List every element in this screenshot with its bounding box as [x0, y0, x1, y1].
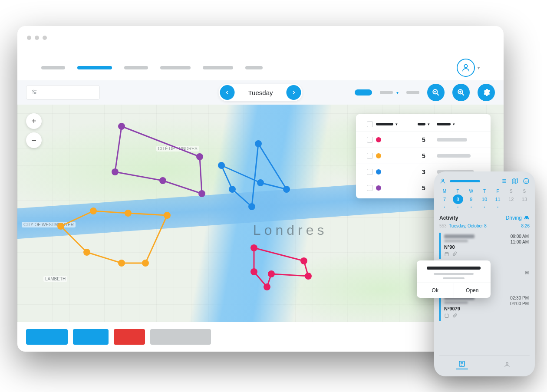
- action-button-delete[interactable]: [114, 329, 145, 345]
- desktop-window: ▾ Tuesday ▾: [17, 26, 504, 352]
- map-zoom-out-button[interactable]: −: [26, 132, 42, 148]
- svg-rect-9: [445, 314, 448, 318]
- svg-point-5: [442, 179, 444, 181]
- filter-chip-2[interactable]: [406, 91, 419, 94]
- map-city-label: Londres: [253, 222, 328, 238]
- calendar-weekday: T: [453, 189, 463, 194]
- filter-chip-1[interactable]: [380, 91, 393, 94]
- calendar-weekday: M: [439, 189, 450, 194]
- route-stop[interactable]: [229, 186, 236, 193]
- next-day-button[interactable]: [286, 85, 301, 100]
- calendar-day[interactable]: 11: [493, 194, 503, 204]
- status-indicator: Driving: [506, 215, 530, 221]
- schedule-card[interactable]: 02:30 PM04:00 PMN°9079: [439, 294, 530, 321]
- route-stop[interactable]: [283, 186, 290, 193]
- chevron-down-icon: ▾: [396, 90, 399, 95]
- svg-point-2: [34, 92, 36, 94]
- car-icon: [524, 215, 530, 221]
- zoom-in-button[interactable]: [452, 84, 470, 101]
- svg-point-6: [524, 178, 529, 184]
- filter-chip-active[interactable]: [355, 89, 372, 96]
- smile-icon[interactable]: [523, 178, 530, 184]
- map-zoom-in-button[interactable]: +: [26, 113, 42, 129]
- route-stop[interactable]: [159, 177, 166, 184]
- card-reference: N°9079: [444, 306, 527, 311]
- list-icon[interactable]: [500, 178, 507, 184]
- route-stop[interactable]: [90, 208, 97, 214]
- zoom-out-button[interactable]: [427, 84, 445, 101]
- calendar-day[interactable]: 13: [519, 194, 530, 204]
- alert-dialog: Ok Open: [417, 260, 491, 298]
- activity-label: Activity: [439, 215, 458, 221]
- settings-button[interactable]: [478, 84, 495, 101]
- mobile-tab-profile[interactable]: [484, 356, 530, 373]
- legend-select-all-checkbox[interactable]: [367, 121, 373, 127]
- svg-point-0: [464, 65, 467, 68]
- route-stop[interactable]: [142, 260, 149, 267]
- action-button-1[interactable]: [26, 329, 68, 345]
- nav-item-1[interactable]: [41, 66, 65, 69]
- route-stop[interactable]: [198, 190, 205, 197]
- nav-item-5[interactable]: [203, 66, 233, 69]
- legend-row[interactable]: 5: [356, 132, 491, 148]
- mobile-tab-agenda[interactable]: [439, 356, 484, 373]
- calendar-day[interactable]: 7: [439, 194, 450, 204]
- window-controls: [27, 36, 47, 40]
- calendar-day[interactable]: 8: [453, 194, 463, 204]
- calendar-day[interactable]: 12: [506, 194, 516, 204]
- calendar-icon: [444, 251, 449, 257]
- route-stop[interactable]: [248, 203, 255, 210]
- legend-row-checkbox[interactable]: [367, 137, 373, 143]
- user-icon: [439, 178, 446, 184]
- route-stop[interactable]: [83, 249, 90, 256]
- route-stop[interactable]: [218, 162, 225, 169]
- nav-item-4[interactable]: [160, 66, 191, 69]
- route-stop[interactable]: [125, 210, 132, 217]
- action-buttons: [26, 329, 211, 345]
- card-reference: N°90: [444, 244, 527, 250]
- nav-item-2[interactable]: [77, 66, 112, 69]
- calendar-weekday: S: [519, 189, 530, 194]
- calendar-weekday: T: [479, 189, 490, 194]
- action-button-2[interactable]: [73, 329, 109, 345]
- route-stop[interactable]: [250, 244, 257, 251]
- legend-row-checkbox[interactable]: [367, 169, 373, 175]
- day-selector: Tuesday: [219, 84, 303, 101]
- legend-row[interactable]: 5: [356, 148, 491, 164]
- route-stop[interactable]: [300, 257, 307, 264]
- route-stop[interactable]: [305, 273, 312, 280]
- route-stop[interactable]: [164, 212, 171, 219]
- svg-point-11: [506, 362, 508, 364]
- route-stop[interactable]: [255, 140, 262, 147]
- route-stop[interactable]: [57, 223, 64, 230]
- legend-row-checkbox[interactable]: [367, 185, 373, 191]
- day-label: Tuesday: [236, 89, 285, 96]
- toolbar: Tuesday ▾: [17, 80, 504, 105]
- route-stop[interactable]: [257, 179, 264, 186]
- route-stop[interactable]: [264, 283, 270, 290]
- user-avatar[interactable]: [457, 59, 475, 77]
- route-stop[interactable]: [250, 268, 257, 275]
- action-button-disabled: [150, 329, 211, 345]
- avatar-caret-icon[interactable]: ▾: [478, 66, 480, 70]
- mobile-title: [450, 180, 480, 182]
- route-stop[interactable]: [268, 270, 275, 277]
- dialog-open-button[interactable]: Open: [454, 283, 491, 298]
- calendar-day[interactable]: 10: [479, 194, 490, 204]
- schedule-card[interactable]: 09:00 AM11:00 AMN°90: [439, 233, 530, 259]
- legend-row-checkbox[interactable]: [367, 153, 373, 159]
- prev-day-button[interactable]: [220, 85, 235, 100]
- filter-input[interactable]: [26, 85, 100, 100]
- map-icon[interactable]: [511, 178, 518, 184]
- nav-item-6[interactable]: [245, 66, 263, 69]
- route-stop[interactable]: [118, 260, 125, 267]
- route-stop[interactable]: [196, 153, 203, 160]
- route-stop[interactable]: [112, 168, 119, 175]
- route-stop[interactable]: [118, 123, 125, 130]
- nav-item-3[interactable]: [124, 66, 148, 69]
- svg-rect-7: [445, 253, 448, 256]
- attachment-icon: [452, 251, 457, 257]
- dialog-ok-button[interactable]: Ok: [417, 283, 454, 298]
- calendar-weekday: S: [506, 189, 516, 194]
- calendar-day[interactable]: 9: [466, 194, 476, 204]
